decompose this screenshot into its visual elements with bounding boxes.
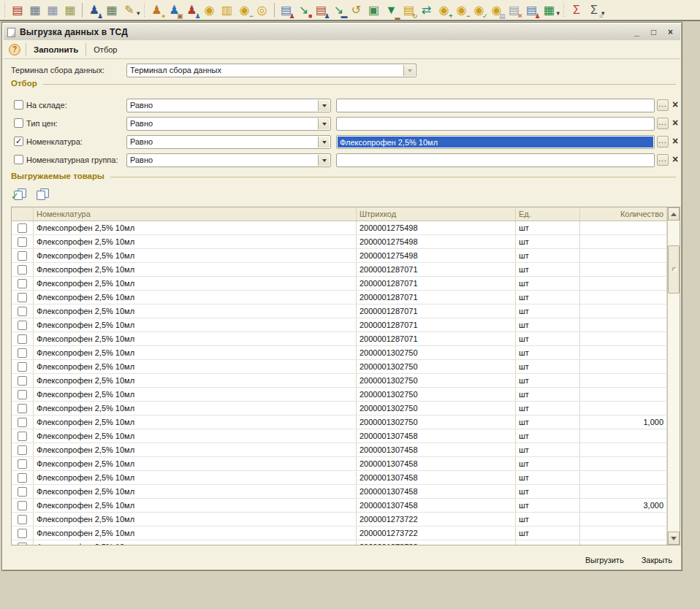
table-row[interactable]: Флексопрофен 2,5% 10мл 2000001273722 шт (12, 540, 680, 545)
filter-operator-select[interactable]: Равно (126, 153, 331, 167)
filter-checkbox[interactable]: ✓ (14, 137, 23, 146)
filter-clear-button[interactable]: × (670, 135, 680, 148)
coins-stack-icon[interactable]: ◎ (254, 1, 271, 19)
row-checkbox[interactable] (18, 543, 27, 546)
table-row[interactable]: Флексопрофен 2,5% 10мл 2000001273722 шт (12, 513, 680, 526)
terminal-dropdown-icon[interactable] (403, 65, 415, 76)
row-checkbox[interactable] (18, 223, 27, 233)
table-row[interactable]: Флексопрофен 2,5% 10мл 2000001275498 шт (12, 235, 680, 249)
table-grid-icon[interactable]: ▦ (541, 1, 558, 19)
filter-clear-button[interactable]: × (670, 117, 680, 129)
print-settings-icon[interactable]: ▦ (61, 1, 79, 19)
operator-dropdown-icon[interactable] (318, 155, 330, 166)
doc-refresh-icon[interactable]: ⇄ (418, 1, 435, 19)
header-nomenclature[interactable]: Номенклатура (34, 207, 357, 221)
row-checkbox[interactable] (18, 459, 27, 469)
operator-dropdown-icon[interactable] (318, 137, 330, 148)
filter-value-field[interactable] (336, 99, 655, 112)
filter-checkbox[interactable] (14, 118, 23, 128)
table-row[interactable]: Флексопрофен 2,5% 10мл 2000001302750 шт (12, 402, 680, 415)
row-checkbox[interactable] (18, 265, 27, 275)
doc-image-icon[interactable]: ▣ (365, 1, 383, 19)
filter-clear-button[interactable]: × (670, 153, 680, 166)
users-icon[interactable]: ♟♟ (85, 1, 103, 19)
coins-chart-icon[interactable]: ▥ (218, 1, 236, 19)
table-row[interactable]: Флексопрофен 2,5% 10мл 2000001302750 шт (12, 374, 680, 388)
row-checkbox[interactable] (18, 487, 27, 497)
table-row[interactable]: Флексопрофен 2,5% 10мл 2000001302750 шт … (12, 415, 680, 429)
table-row[interactable]: Флексопрофен 2,5% 10мл 2000001287071 шт (12, 277, 680, 291)
print-icon[interactable]: ▦ (26, 1, 44, 19)
table-row[interactable]: Флексопрофен 2,5% 10мл 2000001273722 шт (12, 526, 680, 540)
row-checkbox[interactable] (18, 445, 27, 455)
scroll-up-icon[interactable] (668, 207, 680, 221)
row-checkbox[interactable] (18, 293, 27, 302)
row-checkbox[interactable] (18, 432, 27, 441)
filter-choose-button[interactable]: ... (657, 99, 669, 111)
person-cart-icon[interactable]: ♟▣ (166, 1, 183, 19)
person-money-icon[interactable]: ♟● (148, 1, 166, 19)
header-checkbox-col[interactable] (12, 207, 34, 221)
edit-calc-icon[interactable]: ✎ (121, 1, 138, 19)
chart-export-icon[interactable]: ▼▂ (383, 1, 400, 19)
sum-doc-icon[interactable]: Σ≡ (585, 1, 603, 19)
filter-value-field[interactable] (336, 117, 655, 131)
vertical-scrollbar[interactable] (667, 207, 680, 545)
doc-person-icon[interactable]: ▤♟ (278, 1, 295, 19)
table-row[interactable]: Флексопрофен 2,5% 10мл 2000001307458 шт (12, 429, 680, 443)
terminal-select[interactable]: Терминал сбора данных (126, 64, 416, 77)
header-unit[interactable]: Ед. (516, 207, 580, 221)
close-button[interactable]: Закрыть (639, 554, 674, 566)
titlebar[interactable]: Выгрузка данных в ТСД _ □ × (4, 24, 680, 40)
calculator-icon[interactable]: ▦ (103, 1, 121, 19)
upload-button[interactable]: Выгрузить (583, 554, 626, 566)
header-barcode[interactable]: Штрихкод (357, 207, 516, 221)
table-row[interactable]: Флексопрофен 2,5% 10мл 2000001275498 шт (12, 221, 680, 235)
operator-dropdown-icon[interactable] (318, 100, 330, 111)
table-row[interactable]: Флексопрофен 2,5% 10мл 2000001307458 шт (12, 485, 680, 499)
row-checkbox[interactable] (18, 529, 27, 538)
coins-doc-icon[interactable]: ◉▤ (488, 1, 506, 19)
header-quantity[interactable]: Количество (580, 207, 667, 221)
scroll-down-icon[interactable] (668, 532, 680, 545)
table-row[interactable]: Флексопрофен 2,5% 10мл 2000001307458 шт … (12, 499, 680, 513)
doc-percent-icon[interactable]: ▤✕ (506, 1, 523, 19)
operator-dropdown-icon[interactable] (318, 118, 330, 129)
filter-checkbox[interactable] (14, 155, 23, 164)
coins-add-icon[interactable]: ◉+ (435, 1, 453, 19)
set-all-flags-icon[interactable]: ✓ (12, 188, 28, 202)
filter-value-field[interactable]: Флексопрофен 2,5% 10мл (336, 135, 655, 149)
row-checkbox[interactable] (18, 404, 27, 413)
archive-cabinet-icon[interactable]: ▤ (9, 1, 26, 19)
row-checkbox[interactable] (18, 376, 27, 386)
doc-user-icon[interactable]: ▤♟ (523, 1, 541, 19)
row-checkbox[interactable] (18, 334, 27, 344)
filter-operator-select[interactable]: Равно (126, 99, 331, 112)
table-row[interactable]: Флексопрофен 2,5% 10мл 2000001302750 шт (12, 388, 680, 402)
clear-all-flags-icon[interactable] (35, 188, 50, 202)
maximize-button[interactable]: □ (647, 27, 660, 37)
scrollbar-thumb[interactable] (668, 245, 680, 294)
row-checkbox[interactable] (18, 237, 27, 247)
filter-value-field[interactable] (336, 153, 655, 167)
table-row[interactable]: Флексопрофен 2,5% 10мл 2000001287071 шт (12, 332, 680, 346)
filter-choose-button[interactable]: ... (657, 136, 669, 148)
people-cart-icon[interactable]: ♟♟ (183, 1, 201, 19)
help-button[interactable]: ? (9, 44, 20, 55)
close-window-button[interactable]: × (664, 27, 677, 37)
table-row[interactable]: Флексопрофен 2,5% 10мл 2000001302750 шт (12, 360, 680, 374)
coins-refresh-icon[interactable]: ↺ (348, 1, 365, 19)
minimize-button[interactable]: _ (631, 27, 643, 37)
filter-checkbox[interactable] (14, 100, 23, 110)
row-checkbox[interactable] (18, 418, 27, 427)
table-row[interactable]: Флексопрофен 2,5% 10мл 2000001275498 шт (12, 249, 680, 263)
row-checkbox[interactable] (18, 279, 27, 288)
filter-clear-button[interactable]: × (670, 99, 680, 111)
filter-button[interactable]: Отбор (91, 45, 119, 54)
coins-check-icon[interactable]: ◉✓ (471, 1, 488, 19)
table-row[interactable]: Флексопрофен 2,5% 10мл 2000001307458 шт (12, 443, 680, 457)
sync-arrows-icon[interactable]: ↘▬ (330, 1, 348, 19)
doc-person-red-icon[interactable]: ▤♟ (313, 1, 330, 19)
filter-choose-button[interactable]: ... (657, 118, 669, 129)
row-checkbox[interactable] (18, 390, 27, 399)
